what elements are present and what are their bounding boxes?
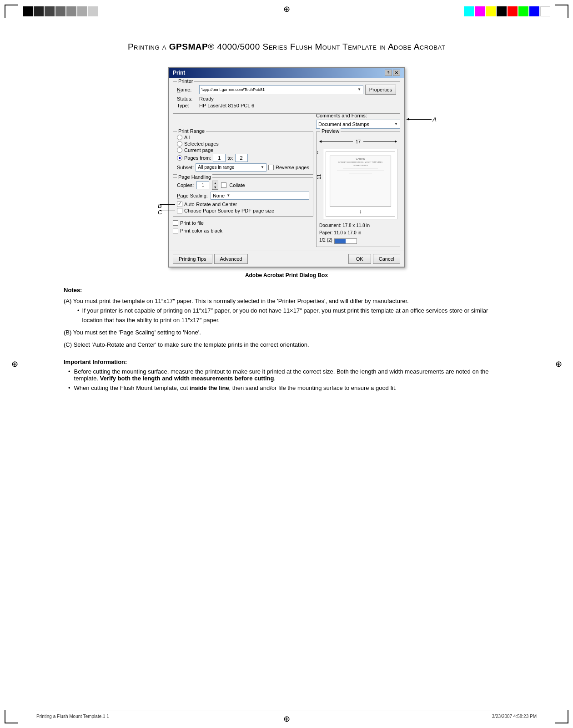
notes-title: Notes: <box>64 286 509 295</box>
preview-line2 <box>337 171 383 171</box>
print-color-label: Print color as black <box>180 228 222 233</box>
page-scaling-label: Page Scaling: <box>177 193 208 198</box>
printing-tips-button[interactable]: Printing Tips <box>173 254 212 264</box>
auto-rotate-container: B Auto-Rotate and Center <box>177 202 309 207</box>
preview-label: Preview <box>320 128 341 134</box>
radio-all[interactable] <box>177 135 182 140</box>
print-dialog: Print ? ✕ Printer <box>168 67 405 268</box>
printer-group: Printer Name: \\ipp://print.garmin.com\T… <box>173 81 400 114</box>
print-to-file-label: Print to file <box>180 220 204 226</box>
paper-source-label: Choose Paper Source by PDF page size <box>184 208 274 213</box>
annotation-a-line <box>407 119 432 120</box>
copies-label: Copies: <box>177 182 194 188</box>
page-progress <box>334 238 357 244</box>
subset-label: Subset: <box>177 165 194 170</box>
status-value: Ready <box>199 96 214 101</box>
important-section: Important Information: • Before cutting … <box>64 359 509 391</box>
preview-line1 <box>343 168 378 168</box>
preview-paper: GARMIN GPSMAP 5000 SERIES FLUSH MOUNT TE… <box>326 152 395 217</box>
annotation-c: C <box>158 209 162 216</box>
reverse-pages-checkbox[interactable] <box>268 165 274 170</box>
dropdown-arrow: ▼ <box>357 87 361 91</box>
printer-name-select[interactable]: \\ipp://print.garmin.com\TechPub8150 ▼ <box>199 85 363 94</box>
page-handling-label: Page Handling <box>177 174 212 180</box>
reverse-pages-label: Reverse pages <box>276 165 309 170</box>
advanced-button[interactable]: Advanced <box>214 254 248 264</box>
paper-source-container: C Choose Paper Source by PDF page size <box>177 208 309 213</box>
note-a: (A) You must print the template on 11″x1… <box>64 297 509 325</box>
copies-spinner[interactable]: ▲ ▼ <box>212 181 218 190</box>
dialog-bottom: Printing Tips Advanced OK Cancel <box>169 251 404 267</box>
print-range-group: Print Range All Selected pages <box>173 131 313 175</box>
collate-label: Collate <box>229 182 245 188</box>
radio-selected-label: Selected pages <box>184 141 219 147</box>
dialog-titlebar: Print ? ✕ <box>169 68 404 78</box>
dim-line-left <box>322 142 353 142</box>
comments-select-row: Document and Stamps ▼ <box>316 120 400 129</box>
subset-select[interactable]: All pages in range ▼ <box>196 163 266 172</box>
pages-to-label: to: <box>227 155 233 161</box>
print-range-label: Print Range <box>177 128 206 134</box>
reg-target-top: ⊕ <box>281 4 292 15</box>
important-item-2: • When cutting the Flush Mount template,… <box>64 384 509 391</box>
printer-section-label: Printer <box>177 78 194 84</box>
bullet-1: • <box>68 368 70 382</box>
comments-select[interactable]: Document and Stamps ▼ <box>316 120 400 129</box>
footer-right: 3/23/2007 4:58:23 PM <box>492 714 537 719</box>
paper-source-checkbox[interactable] <box>177 208 182 213</box>
print-to-file-checkbox[interactable] <box>173 220 178 226</box>
footer-left: Printing a Flush Mount Template.1 1 <box>36 714 109 719</box>
radio-pages[interactable] <box>177 155 182 161</box>
radio-all-label: All <box>184 135 190 140</box>
dialog-caption: Adobe Acrobat Print Dialog Box <box>64 272 509 278</box>
spinner-up[interactable]: ▲ <box>212 181 218 185</box>
radio-pages-row: Pages from: to: <box>177 154 309 162</box>
name-label: Name: <box>177 87 197 92</box>
pages-from-input[interactable] <box>213 154 226 162</box>
crop-mark-tr <box>555 5 568 18</box>
help-button[interactable]: ? <box>385 70 392 76</box>
pages-to-input[interactable] <box>235 154 248 162</box>
subset-row: Subset: All pages in range ▼ Reverse pag… <box>177 163 309 172</box>
radio-current[interactable] <box>177 147 182 153</box>
bottom-checks: Print to file Print color as black <box>173 220 313 234</box>
note-c: (C) Select 'Auto-Rotate and Center' to m… <box>64 340 509 350</box>
ok-button[interactable]: OK <box>348 254 371 264</box>
auto-rotate-label: Auto-Rotate and Center <box>184 202 237 207</box>
print-color-checkbox[interactable] <box>173 228 178 233</box>
note-a-sub-text: If your printer is not capable of printi… <box>82 306 509 325</box>
comments-dropdown-arrow: ▼ <box>394 122 398 126</box>
doc-info-line2: Paper: 11.0 x 17.0 in <box>319 229 397 237</box>
dialog-title: Print <box>173 70 185 76</box>
note-b: (B) You must set the 'Page Scaling' sett… <box>64 328 509 338</box>
preview-down-arrow: ↓ <box>359 208 362 215</box>
page-scaling-select[interactable]: None ▼ <box>211 192 309 200</box>
bottom-right-buttons: OK Cancel <box>348 254 400 264</box>
color-bar-right <box>464 6 550 16</box>
auto-rotate-checkbox[interactable] <box>177 202 182 207</box>
note-b-text: (B) You must set the 'Page Scaling' sett… <box>64 329 201 336</box>
auto-rotate-row: Auto-Rotate and Center <box>177 202 309 207</box>
radio-all-row: All <box>177 135 309 140</box>
scaling-arrow: ▼ <box>226 193 230 197</box>
note-c-text: (C) Select 'Auto-Rotate and Center' to m… <box>64 341 309 348</box>
radio-current-row: Current page <box>177 147 309 153</box>
reg-target-right: ⊕ <box>553 359 564 369</box>
radio-current-label: Current page <box>184 147 213 153</box>
properties-button[interactable]: Properties <box>365 85 396 95</box>
collate-checkbox[interactable] <box>221 182 226 188</box>
close-button[interactable]: ✕ <box>393 70 400 76</box>
dim-up-arrow: ↕ <box>317 150 319 155</box>
color-bar-left <box>23 6 98 16</box>
important-item-1-bold: Verify both the length and width measure… <box>100 375 274 382</box>
preview-doc: GARMIN GPSMAP 5000 SERIES FLUSH MOUNT TE… <box>330 156 392 207</box>
preview-group: Preview 17 <box>316 131 400 247</box>
preview-garmin-label: GARMIN <box>356 157 365 160</box>
important-item-1: • Before cutting the mounting surface, m… <box>64 368 509 382</box>
spinner-down[interactable]: ▼ <box>212 185 218 189</box>
cancel-button[interactable]: Cancel <box>373 254 400 264</box>
status-label: Status: <box>177 96 197 101</box>
doc-info-line1: Document: 17.8 x 11.8 in <box>319 222 397 229</box>
radio-selected[interactable] <box>177 141 182 147</box>
copies-input[interactable] <box>196 181 209 189</box>
